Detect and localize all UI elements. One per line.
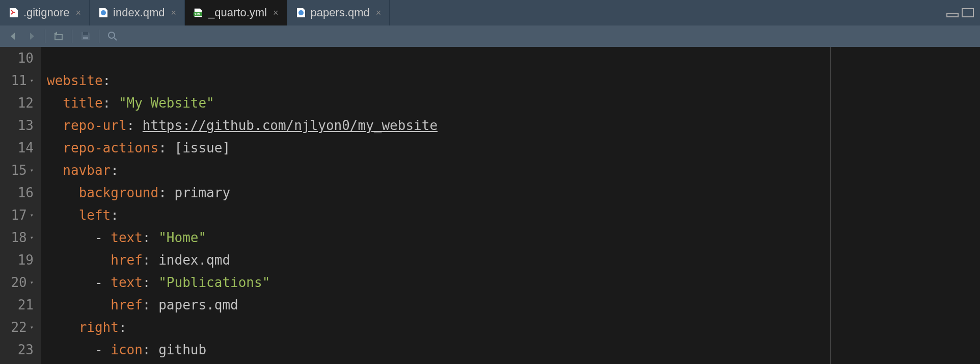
git-file-icon: [8, 7, 19, 18]
svg-rect-5: [83, 32, 88, 35]
editor-area: 10 11▾ 12 13 14 15▾ 16 17▾ 18▾ 19 20▾ 21…: [0, 47, 980, 364]
yml-file-icon: YML: [193, 7, 204, 18]
close-icon[interactable]: ×: [171, 8, 177, 18]
code-line: href: index.qmd: [47, 249, 980, 271]
code-line: navbar:: [47, 159, 980, 181]
line-number: 23: [9, 339, 34, 361]
code-line: title: "My Website": [47, 92, 980, 114]
svg-line-8: [114, 38, 117, 40]
svg-point-0: [101, 10, 106, 15]
svg-rect-4: [55, 35, 62, 40]
line-number: 20▾: [9, 271, 34, 294]
code-line: - text: "Publications": [47, 271, 980, 294]
line-number: 13: [9, 114, 34, 137]
margin-line: [830, 47, 831, 364]
line-number: 17▾: [9, 204, 34, 226]
separator: [72, 30, 72, 43]
window-controls: [946, 0, 980, 25]
close-icon[interactable]: ×: [376, 8, 382, 18]
save-button[interactable]: [78, 29, 93, 43]
tab-label: _quarto.yml: [208, 6, 267, 19]
line-number: 15▾: [9, 159, 34, 181]
back-button[interactable]: [6, 29, 20, 43]
code-content[interactable]: website: title: "My Website" repo-url: h…: [41, 47, 980, 364]
line-number: 18▾: [9, 226, 34, 249]
svg-text:YML: YML: [194, 12, 201, 16]
tab-papers[interactable]: papers.qmd ×: [287, 0, 390, 25]
line-number: 19: [9, 249, 34, 271]
editor-toolbar: [0, 25, 980, 47]
close-icon[interactable]: ×: [273, 8, 279, 18]
code-line: website:: [47, 69, 980, 92]
forward-button[interactable]: [24, 29, 39, 43]
tab-index[interactable]: index.qmd ×: [90, 0, 185, 25]
svg-rect-6: [83, 37, 88, 39]
show-in-pane-button[interactable]: [51, 29, 66, 43]
line-number: 14: [9, 137, 34, 159]
fold-icon[interactable]: ▾: [30, 316, 34, 339]
code-line: background: primary: [47, 181, 980, 204]
tab-label: index.qmd: [113, 6, 165, 19]
minimize-icon[interactable]: [946, 13, 959, 17]
qmd-file-icon: [98, 7, 109, 18]
code-line: - text: "Home": [47, 226, 980, 249]
fold-icon[interactable]: ▾: [30, 159, 34, 181]
close-icon[interactable]: ×: [76, 8, 81, 18]
code-line: repo-actions: [issue]: [47, 137, 980, 159]
line-number: 22▾: [9, 316, 34, 339]
maximize-icon[interactable]: [962, 8, 974, 17]
line-number-gutter: 10 11▾ 12 13 14 15▾ 16 17▾ 18▾ 19 20▾ 21…: [0, 47, 41, 364]
tab-spacer: [390, 0, 946, 25]
svg-point-7: [108, 32, 115, 38]
search-button[interactable]: [105, 29, 120, 43]
svg-point-3: [298, 10, 304, 15]
fold-icon[interactable]: ▾: [30, 69, 34, 92]
line-number: 16: [9, 181, 34, 204]
separator: [45, 30, 45, 43]
fold-icon[interactable]: ▾: [30, 226, 34, 249]
fold-icon[interactable]: ▾: [30, 204, 34, 226]
separator: [99, 30, 99, 43]
code-line: href: papers.qmd: [47, 294, 980, 316]
code-line: repo-url: https://github.com/njlyon0/my_…: [47, 114, 980, 137]
tab-gitignore[interactable]: .gitignore ×: [0, 0, 90, 25]
fold-icon[interactable]: ▾: [30, 271, 34, 294]
line-number: 21: [9, 294, 34, 316]
code-line: [47, 47, 980, 69]
line-number: 11▾: [9, 69, 34, 92]
code-line: left:: [47, 204, 980, 226]
tab-bar: .gitignore × index.qmd × YML _quarto.yml…: [0, 0, 980, 25]
qmd-file-icon: [295, 7, 307, 18]
code-line: - icon: github: [47, 339, 980, 361]
tab-label: .gitignore: [23, 6, 70, 19]
tab-label: papers.qmd: [311, 6, 370, 19]
code-line: right:: [47, 316, 980, 339]
line-number: 10: [9, 47, 34, 69]
line-number: 12: [9, 92, 34, 114]
tab-quarto-yml[interactable]: YML _quarto.yml ×: [185, 0, 287, 25]
